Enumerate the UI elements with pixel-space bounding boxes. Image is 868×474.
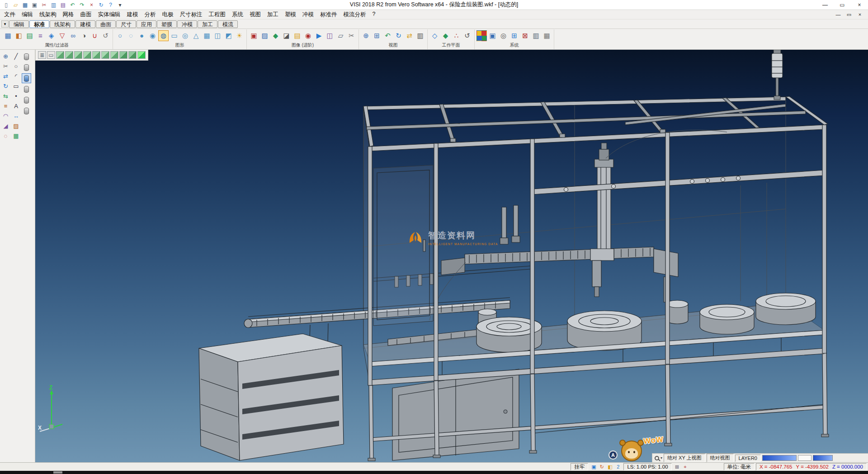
layer-step-icon[interactable]: 2 xyxy=(614,464,622,470)
text-tool-icon[interactable]: A xyxy=(11,101,21,110)
shadow-icon[interactable]: ◪ xyxy=(281,30,292,41)
tab-edit[interactable]: 编辑 xyxy=(9,20,29,28)
tab-stamping[interactable]: 冲模 xyxy=(177,20,197,28)
dynamic-shading-icon[interactable]: ◍ xyxy=(158,30,169,41)
view-list-icon[interactable]: ▥ xyxy=(415,30,425,41)
line-style-icon[interactable]: ≡ xyxy=(35,30,46,41)
chain-select-icon[interactable]: ∞ xyxy=(68,30,78,41)
grid-toggle-icon[interactable]: ⊞ xyxy=(673,464,681,470)
magnet-snap-icon[interactable]: ∪ xyxy=(90,30,100,41)
tab-surface[interactable]: 曲面 xyxy=(96,20,116,28)
zoom-icon[interactable]: ⊕ xyxy=(1,52,10,61)
shaded-edges-display-icon[interactable]: ◉ xyxy=(147,30,158,41)
wireframe-display-icon[interactable]: ○ xyxy=(115,30,125,41)
fillet-icon[interactable]: ◠ xyxy=(1,111,10,120)
rotate-model-icon[interactable] xyxy=(128,51,137,59)
rotate-icon[interactable]: ↻ xyxy=(1,81,10,90)
quick-select-icon[interactable]: ◈ xyxy=(46,30,57,41)
tab-modeling[interactable]: 建模 xyxy=(75,20,95,28)
mdi-minimize-button[interactable]: — xyxy=(833,10,844,19)
menu-modeling[interactable]: 建模 xyxy=(124,10,142,19)
reset-filter-icon[interactable]: ↺ xyxy=(100,30,111,41)
attribute-editor-icon[interactable]: ▦ xyxy=(3,30,13,41)
compare-view-icon[interactable]: ◫ xyxy=(325,30,335,41)
light-settings-icon[interactable]: ☀ xyxy=(234,30,245,41)
group-tool-icon[interactable]: ▦ xyxy=(11,131,21,140)
top-view-icon[interactable] xyxy=(65,51,73,59)
origin-toggle-icon[interactable]: + xyxy=(681,464,689,470)
tab-standard[interactable]: 标准 xyxy=(29,20,49,28)
selection-filter-icon[interactable]: ▽ xyxy=(57,30,67,41)
arc-tool-icon[interactable]: ◜ xyxy=(11,71,21,81)
transparency-icon[interactable]: ◩ xyxy=(223,30,234,41)
front-view-icon[interactable] xyxy=(74,51,82,59)
back-view-icon[interactable] xyxy=(101,51,109,59)
left-view-icon[interactable] xyxy=(92,51,100,59)
color-attribute-icon[interactable]: ◧ xyxy=(14,30,24,41)
open-file-icon[interactable]: ▱ xyxy=(11,1,20,9)
previous-view-icon[interactable]: ↶ xyxy=(382,30,393,41)
redraw-icon[interactable]: ↻ xyxy=(598,464,606,470)
menu-machining[interactable]: 加工 xyxy=(264,10,282,19)
offset-icon[interactable]: ≡ xyxy=(1,101,10,110)
refresh-icon[interactable]: ↻ xyxy=(97,1,105,9)
menu-help[interactable]: ? xyxy=(369,10,379,19)
cylinder-display-icon[interactable]: ▭ xyxy=(169,30,179,41)
grid-settings-icon[interactable]: ⊞ xyxy=(509,30,519,41)
hidden-line-display-icon[interactable]: ◌ xyxy=(126,30,136,41)
single-viewport-icon[interactable]: ▭ xyxy=(47,51,55,59)
active-layer-indicator[interactable]: LAYER0 xyxy=(735,455,761,462)
right-view-icon[interactable] xyxy=(83,51,91,59)
menu-system[interactable]: 系统 xyxy=(229,10,246,19)
snap-toggle[interactable]: 挂牢 xyxy=(571,463,588,470)
taskbar-item[interactable] xyxy=(53,471,62,474)
axonometric-view-icon[interactable] xyxy=(119,51,127,59)
mesh-display-icon[interactable]: ▦ xyxy=(202,30,212,41)
invert-selection-icon[interactable]: ◑ xyxy=(79,30,89,41)
filter-dimensions-icon[interactable] xyxy=(22,95,31,105)
chamfer-icon[interactable]: ◢ xyxy=(1,121,10,130)
mdi-close-button[interactable]: × xyxy=(854,10,865,19)
new-file-icon[interactable]: ▯ xyxy=(2,1,10,9)
menu-drawing[interactable]: 工程图 xyxy=(206,10,229,19)
database-icon[interactable]: ▥ xyxy=(531,30,541,41)
workplane-standard-icon[interactable]: ◇ xyxy=(429,30,440,41)
menu-molding[interactable]: 塑模 xyxy=(282,10,299,19)
cone-display-icon[interactable]: △ xyxy=(191,30,201,41)
menu-view[interactable]: 视图 xyxy=(246,10,264,19)
menu-standard-parts[interactable]: 标准件 xyxy=(317,10,340,19)
pan-icon[interactable]: ⇄ xyxy=(404,30,415,41)
menu-edit[interactable]: 编辑 xyxy=(19,10,36,19)
wireframe-overlay-icon[interactable]: ▱ xyxy=(335,30,346,41)
minimize-button[interactable]: — xyxy=(816,0,834,9)
sphere-display-icon[interactable]: ◎ xyxy=(180,30,190,41)
material-icon[interactable]: ◆ xyxy=(270,30,281,41)
rectangle-tool-icon[interactable]: ▭ xyxy=(11,81,21,90)
background-icon[interactable]: ▤ xyxy=(292,30,302,41)
line-tool-icon[interactable]: ╱ xyxy=(11,52,21,61)
iso-view-icon[interactable] xyxy=(56,51,64,59)
circle-tool-icon[interactable]: ○ xyxy=(11,62,21,71)
selection-options-icon[interactable]: ◎ xyxy=(498,30,509,41)
erase-icon[interactable]: ◌ xyxy=(1,131,10,140)
cut-icon[interactable]: ✂ xyxy=(40,1,48,9)
undo-icon[interactable]: ↶ xyxy=(68,1,77,9)
viewport-layout-icon[interactable]: ≣ xyxy=(38,51,46,59)
help-icon[interactable]: ? xyxy=(106,1,115,9)
layer-attribute-icon[interactable]: ▤ xyxy=(24,30,35,41)
workplane-3points-icon[interactable]: ∴ xyxy=(451,30,462,41)
mdi-restore-button[interactable]: ▭ xyxy=(844,10,854,19)
shading-mode-icon[interactable]: ◧ xyxy=(606,464,614,470)
menu-moldflow[interactable]: 模流分析 xyxy=(340,10,369,19)
toolbar-dropdown-icon[interactable]: ▾ xyxy=(1,20,9,28)
tab-machining[interactable]: 加工 xyxy=(198,20,217,28)
system-options-icon[interactable]: ▦ xyxy=(542,30,552,41)
redo-icon[interactable]: ↷ xyxy=(78,1,86,9)
texture-icon[interactable]: ▨ xyxy=(259,30,270,41)
menu-file[interactable]: 文件 xyxy=(1,10,19,19)
print-icon[interactable]: ▣ xyxy=(30,1,39,9)
view-mode-indicator[interactable]: 绝对视图 xyxy=(707,454,734,462)
capture-icon[interactable]: ✂ xyxy=(346,30,357,41)
menu-analysis[interactable]: 分析 xyxy=(142,10,159,19)
mirror-icon[interactable]: ⇆ xyxy=(1,91,10,100)
